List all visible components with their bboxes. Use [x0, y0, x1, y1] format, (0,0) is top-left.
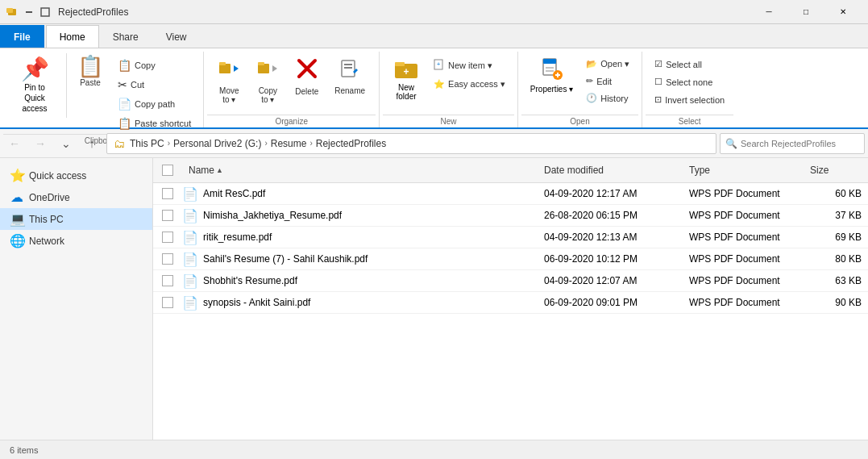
properties-button[interactable]: Properties ▾ [525, 53, 579, 98]
quick-access-label: Quick access [29, 170, 86, 182]
file-type: WPS PDF Document [683, 207, 804, 224]
file-type: WPS PDF Document [683, 294, 804, 311]
select-all-icon: ☑ [654, 59, 662, 69]
close-button[interactable]: ✕ [824, 0, 862, 24]
file-checkbox[interactable] [162, 297, 173, 308]
header-date[interactable]: Date modified [538, 161, 683, 179]
move-to-button[interactable]: Moveto ▾ [210, 53, 247, 108]
file-name: Sahil's Resume (7) - Sahil Kaushik.pdf [203, 253, 368, 265]
select-all-label: Select all [666, 60, 702, 69]
row-checkbox-2 [153, 210, 182, 221]
status-bar: 6 items [0, 440, 868, 459]
sidebar-item-onedrive[interactable]: ☁ OneDrive [0, 186, 152, 208]
path-folder-icon: 🗂 [114, 137, 125, 150]
search-input[interactable] [741, 139, 859, 148]
forward-button[interactable]: → [29, 133, 52, 154]
pdf-icon: 📄 [182, 208, 198, 223]
svg-rect-3 [41, 8, 49, 16]
pdf-icon: 📄 [182, 273, 198, 289]
table-row[interactable]: 📄 Shobhit's Resume.pdf 04-09-2020 12:07 … [153, 270, 868, 292]
easy-access-label: Easy access ▾ [448, 79, 505, 90]
file-list-header: Name ▲ Date modified Type Size [153, 158, 868, 183]
select-none-icon: ☐ [654, 77, 662, 87]
up-button[interactable]: ↑ [81, 133, 103, 154]
edit-icon: ✏ [586, 76, 593, 86]
select-all-checkbox[interactable] [162, 165, 173, 176]
file-size: 80 KB [804, 250, 868, 268]
file-checkbox[interactable] [162, 232, 173, 243]
maximize-button[interactable]: □ [787, 0, 824, 24]
paste-button[interactable]: 📋 Paste [70, 53, 110, 90]
svg-marker-6 [234, 65, 239, 72]
file-name: ritik_resume.pdf [203, 232, 272, 243]
file-checkbox[interactable] [162, 253, 173, 265]
sidebar-item-this-pc[interactable]: 💻 This PC [0, 208, 152, 230]
table-row[interactable]: 📄 Nimisha_Jakhetiya_Resume.pdf 26-08-202… [153, 205, 868, 227]
tab-share[interactable]: Share [99, 25, 152, 48]
header-name[interactable]: Name ▲ [182, 161, 538, 179]
search-box[interactable]: 🔍 [720, 133, 865, 154]
clipboard-group: 📌 Pin to Quickaccess 📋 Paste 📋 Copy ✂ Cu… [0, 52, 204, 127]
header-type[interactable]: Type [683, 161, 804, 179]
edit-button[interactable]: ✏ Edit [580, 73, 635, 89]
table-row[interactable]: 📄 ritik_resume.pdf 04-09-2020 12:13 AM W… [153, 227, 868, 248]
minimize-button[interactable]: ─ [750, 0, 787, 24]
new-group-content: + Newfolder + New item ▾ ⭐ Easy access ▾ [383, 52, 514, 115]
tab-home[interactable]: Home [46, 25, 99, 48]
onedrive-icon: ☁ [10, 190, 24, 205]
delete-label: Delete [295, 87, 318, 96]
file-name: Nimisha_Jakhetiya_Resume.pdf [203, 210, 342, 221]
this-pc-label: This PC [29, 214, 64, 225]
rename-icon [338, 57, 361, 85]
open-button[interactable]: 📂 Open ▾ [580, 56, 635, 72]
delete-button[interactable]: Delete [288, 53, 326, 100]
header-checkbox-col [153, 165, 182, 176]
row-checkbox-4 [153, 253, 182, 265]
file-size: 90 KB [804, 294, 868, 311]
window-controls[interactable]: ─ □ ✕ [750, 0, 862, 24]
select-none-button[interactable]: ☐ Select none [649, 74, 730, 90]
paste-shortcut-button[interactable]: 📋 Paste shortcut [112, 115, 197, 132]
table-row[interactable]: 📄 Amit ResC.pdf 04-09-2020 12:17 AM WPS … [153, 183, 868, 205]
status-item-count: 6 items [10, 445, 38, 455]
new-folder-icon: + [393, 57, 419, 81]
move-to-icon [218, 57, 240, 85]
path-arrow-3: › [309, 139, 312, 148]
invert-selection-button[interactable]: ⊡ Invert selection [649, 92, 730, 107]
cut-button[interactable]: ✂ Cut [112, 76, 197, 94]
file-checkbox[interactable] [162, 275, 173, 286]
select-group: ☑ Select all ☐ Select none ⊡ Invert sele… [642, 52, 737, 127]
tab-view[interactable]: View [152, 25, 201, 48]
pin-icon: 📌 [21, 57, 49, 82]
header-size[interactable]: Size [804, 161, 868, 179]
back-button[interactable]: ← [3, 133, 26, 154]
file-checkbox[interactable] [162, 210, 173, 221]
table-row[interactable]: 📄 Sahil's Resume (7) - Sahil Kaushik.pdf… [153, 248, 868, 270]
new-folder-button[interactable]: + Newfolder [386, 53, 426, 105]
copy-button[interactable]: 📋 Copy [112, 56, 197, 74]
file-name-cell: 📄 Sahil's Resume (7) - Sahil Kaushik.pdf [182, 252, 538, 267]
rename-button[interactable]: Rename [327, 53, 372, 99]
table-row[interactable]: 📄 synopsis - Ankit Saini.pdf 06-09-2020 … [153, 292, 868, 314]
row-checkbox-5 [153, 275, 182, 286]
copy-path-button[interactable]: 📄 Copy path [112, 95, 197, 113]
pin-to-quick-access-button[interactable]: 📌 Pin to Quickaccess [6, 53, 63, 118]
open-label: Open [521, 115, 638, 127]
pdf-icon: 📄 [182, 252, 198, 267]
copy-to-button[interactable]: Copyto ▾ [249, 53, 286, 108]
new-item-icon: + [434, 59, 445, 72]
sidebar-item-network[interactable]: 🌐 Network [0, 230, 152, 252]
main-container: ⭐ Quick access ☁ OneDrive 💻 This PC 🌐 Ne… [0, 158, 868, 459]
easy-access-button[interactable]: ⭐ Easy access ▾ [428, 77, 511, 92]
sidebar-item-quick-access[interactable]: ⭐ Quick access [0, 165, 152, 186]
select-all-button[interactable]: ☑ Select all [649, 56, 730, 72]
address-path[interactable]: 🗂 This PC › Personal Drive2 (G:) › Resum… [106, 133, 716, 154]
tab-file[interactable]: File [0, 25, 44, 48]
history-button[interactable]: 🕐 History [580, 90, 635, 106]
new-item-button[interactable]: + New item ▾ [428, 56, 511, 74]
file-checkbox[interactable] [162, 188, 173, 199]
svg-text:+: + [404, 66, 409, 77]
recent-locations-button[interactable]: ⌄ [55, 133, 77, 154]
svg-rect-2 [26, 11, 32, 13]
copy-to-label: Copyto ▾ [259, 86, 277, 104]
